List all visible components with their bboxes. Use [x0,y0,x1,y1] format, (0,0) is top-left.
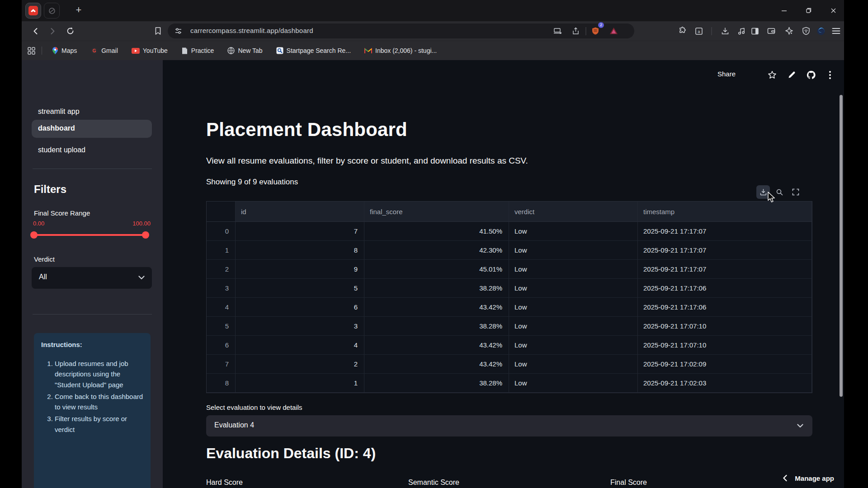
maximize-button[interactable] [798,0,819,21]
fullscreen-icon[interactable] [789,185,802,199]
manage-app-button[interactable]: Manage app [782,471,834,485]
evaluations-table[interactable]: id final_score verdict timestamp 0 7 41.… [206,201,812,393]
sidebar-divider [33,314,152,314]
cell-verdict: Low [509,260,638,279]
col-final-score[interactable]: final_score [364,202,509,222]
slider-handle-max[interactable] [142,231,149,239]
evaluation-select[interactable]: Evaluation 4 [206,415,812,436]
table-row[interactable]: 5 3 38.28% Low 2025-09-21 17:07:10 [207,317,812,336]
chevron-left-icon [782,474,788,482]
site-settings-icon[interactable] [171,24,185,38]
forward-button[interactable] [46,24,59,38]
cell-final-score: 41.50% [364,222,509,241]
col-index[interactable] [207,202,236,222]
bookmark-youtube[interactable]: YouTube [132,47,168,54]
send-to-device-icon[interactable] [551,24,564,38]
bookmark-gmail[interactable]: G Gmail [90,47,118,55]
page-scrollbar[interactable] [840,95,843,397]
new-tab-button[interactable]: + [72,4,85,17]
gmail-m-icon [364,48,372,54]
sidebar-item-dashboard[interactable]: dashboard [32,120,152,138]
instruction-item: Come back to this dashboard to view resu… [55,391,143,413]
url-separator [586,27,586,35]
tab-second[interactable] [44,3,60,19]
bookmark-startpage[interactable]: Startpage Search Re... [276,47,351,54]
sidebar-item-streamlit-app[interactable]: streamlit app [38,108,80,116]
back-button[interactable] [29,24,42,38]
table-row[interactable]: 4 6 43.42% Low 2025-09-21 17:17:06 [207,298,812,317]
apps-grid-icon[interactable] [28,47,35,55]
share-icon[interactable] [569,24,582,38]
app-sidebar: streamlit app dashboard student upload F… [22,60,163,488]
tab-streamlit-app[interactable] [25,3,41,19]
table-row[interactable]: 8 1 38.28% Low 2025-09-21 17:02:03 [207,374,812,393]
cell-timestamp: 2025-09-21 17:02:03 [638,374,812,393]
media-icon[interactable] [735,24,748,38]
close-button[interactable] [823,0,844,21]
evaluation-details-title: Evaluation Details (ID: 4) [206,445,376,462]
cell-index: 7 [207,355,236,374]
table-row[interactable]: 2 9 45.01% Low 2025-09-21 17:17:07 [207,260,812,279]
leo-ai-icon[interactable] [782,24,796,38]
cell-verdict: Low [509,279,638,298]
desktop: + carrercompas [0,0,868,488]
instruction-item: Upload resumes and job descriptions usin… [55,358,143,390]
wallet-icon[interactable] [764,24,778,38]
bookmark-practice[interactable]: Practice [181,47,214,55]
bookmark-inbox[interactable]: Inbox (2,006) - stugi... [364,47,437,54]
downloads-icon[interactable] [718,24,732,38]
bookmark-maps[interactable]: Maps [52,47,77,55]
table-row[interactable]: 3 5 38.28% Low 2025-09-21 17:17:06 [207,279,812,298]
col-timestamp[interactable]: timestamp [638,202,812,222]
maps-pin-icon [52,47,58,55]
instruction-item: Filter results by score or verdict [55,413,143,435]
sidebar-panel-icon[interactable] [748,24,762,38]
minimize-button[interactable] [774,0,794,21]
reader-mode-icon[interactable]: a [692,24,706,38]
cell-id: 8 [236,241,364,260]
extensions-puzzle-icon[interactable] [675,24,689,38]
col-verdict[interactable]: verdict [509,202,638,222]
menu-icon[interactable] [829,24,843,38]
cell-index: 1 [207,241,236,260]
bookmark-new-tab[interactable]: New Tab [227,47,262,54]
table-row[interactable]: 1 8 42.30% Low 2025-09-21 17:17:07 [207,241,812,260]
verdict-select[interactable]: All [32,267,152,289]
cell-verdict: Low [509,241,638,260]
cell-index: 4 [207,298,236,317]
share-button[interactable]: Share [717,70,736,78]
cell-id: 3 [236,317,364,336]
reload-button[interactable] [63,24,77,38]
streamlit-app: streamlit app dashboard student upload F… [22,60,844,488]
sidebar-item-student-upload[interactable]: student upload [38,146,85,154]
chevron-down-icon [138,276,145,280]
cell-verdict: Low [509,317,638,336]
app-action-bar: Share [22,68,844,82]
instructions-list: Upload resumes and job descriptions usin… [41,358,143,435]
bookmark-icon[interactable] [151,24,165,38]
page-title: Placement Dashboard [206,119,407,141]
showing-count: Showing 9 of 9 evaluations [206,178,298,187]
extension-shield-icon[interactable]: 2 [589,24,602,38]
col-id[interactable]: id [236,202,364,222]
vpn-shield-icon[interactable] [799,24,813,38]
cell-timestamp: 2025-09-21 17:07:10 [638,336,812,355]
verdict-value: All [39,273,47,281]
overflow-menu-icon[interactable] [829,71,831,80]
github-icon[interactable] [806,70,816,80]
blue-extension-icon[interactable] [814,24,828,38]
practice-icon [181,47,188,55]
star-icon[interactable] [768,70,777,80]
url-bar[interactable]: carrercompass.streamlit.app/dashboard 2 [168,23,634,38]
score-range-label: Final Score Range [34,209,90,217]
svg-text:G: G [93,48,96,53]
cell-timestamp: 2025-09-21 17:07:10 [638,317,812,336]
slider-handle-min[interactable] [30,231,38,239]
table-row[interactable]: 6 4 43.42% Low 2025-09-21 17:07:10 [207,336,812,355]
edit-pencil-icon[interactable] [788,71,796,80]
rewards-triangle-icon[interactable] [607,24,620,38]
cell-timestamp: 2025-09-21 17:17:06 [638,279,812,298]
score-range-slider[interactable] [33,234,147,236]
table-row[interactable]: 0 7 41.50% Low 2025-09-21 17:17:07 [207,222,812,241]
table-row[interactable]: 7 2 43.42% Low 2025-09-21 17:02:09 [207,355,812,374]
